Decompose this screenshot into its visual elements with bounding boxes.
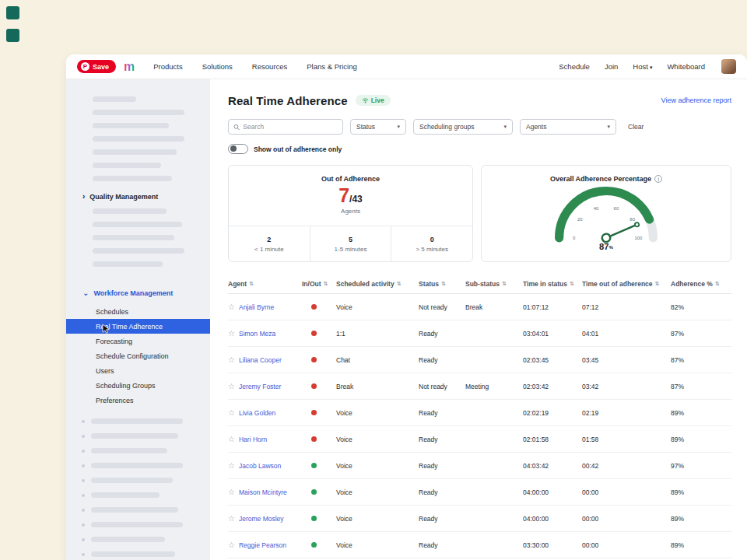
sidebar-item-real-time-adherence[interactable]: Real Time Adherence xyxy=(66,319,210,334)
sidebar-item-users[interactable]: Users xyxy=(66,363,210,378)
column-header-scheduled-activity[interactable]: Scheduled activity⇅ xyxy=(336,280,419,288)
scheduled-activity-cell: Break xyxy=(336,383,419,390)
skeleton-bar xyxy=(93,96,136,102)
star-icon[interactable]: ☆ xyxy=(228,355,235,364)
inout-status-dot xyxy=(311,463,317,468)
sidebar-section-quality-management[interactable]: › Quality Management xyxy=(66,192,210,201)
page-header: Real Time Adherence Live View adherence … xyxy=(228,93,731,107)
sidebar-item-forecasting[interactable]: Forecasting xyxy=(66,334,210,348)
svg-text:80: 80 xyxy=(630,217,635,222)
view-adherence-report-link[interactable]: View adherence report xyxy=(661,96,731,104)
agent-link[interactable]: Simon Meza xyxy=(239,330,275,338)
agent-link[interactable]: Hari Horn xyxy=(239,436,267,443)
star-icon[interactable]: ☆ xyxy=(228,329,235,338)
sidebar-item-schedules[interactable]: Schedules xyxy=(66,304,210,319)
column-header-inout[interactable]: In/Out⇅ xyxy=(302,280,336,288)
star-icon[interactable]: ☆ xyxy=(228,461,235,470)
star-icon[interactable]: ☆ xyxy=(228,382,235,390)
nav-item-schedule[interactable]: Schedule xyxy=(559,62,590,71)
svg-text:20: 20 xyxy=(577,217,583,222)
agent-link[interactable]: Livia Golden xyxy=(239,409,275,417)
sort-icon: ⇅ xyxy=(655,281,660,287)
status-cell: Ready xyxy=(419,330,465,338)
star-icon[interactable]: ☆ xyxy=(228,488,235,496)
nav-item-host[interactable]: Host▾ xyxy=(633,62,652,71)
nav-item-join[interactable]: Join xyxy=(605,62,618,71)
agent-link[interactable]: Jeremy Foster xyxy=(239,383,281,390)
sidebar-item-scheduling-groups[interactable]: Scheduling Groups xyxy=(66,378,210,393)
scheduled-activity-cell: Voice xyxy=(336,409,419,417)
skeleton-bar xyxy=(93,136,184,142)
skeleton-row xyxy=(82,418,210,424)
skeleton-row xyxy=(82,507,210,513)
column-header-status[interactable]: Status⇅ xyxy=(419,280,465,288)
status-filter-dropdown[interactable]: Status ▾ xyxy=(350,119,406,135)
agent-link[interactable]: Maison Mcintyre xyxy=(239,488,287,496)
skeleton-bar xyxy=(93,163,161,168)
scheduling-groups-filter-dropdown[interactable]: Scheduling groups ▾ xyxy=(413,119,513,135)
sidebar-item-schedule-configuration[interactable]: Schedule Configuration xyxy=(66,348,210,363)
skeleton-bar xyxy=(93,235,174,240)
nav-item-products[interactable]: Products xyxy=(153,62,183,71)
skeleton-row xyxy=(82,433,210,439)
column-header-adherence[interactable]: Adherence %⇅ xyxy=(671,280,730,288)
table-row[interactable]: ☆Hari Horn Voice Ready 02:01:58 01:58 89… xyxy=(228,426,731,453)
adherence-cell: 89% xyxy=(671,409,730,417)
table-row[interactable]: ☆Reggie Pearson Voice Ready 03:30:00 00:… xyxy=(228,532,731,558)
star-icon[interactable]: ☆ xyxy=(228,514,235,523)
table-row[interactable]: ☆Maison Mcintyre Voice Ready 04:00:00 00… xyxy=(228,479,731,506)
sort-icon: ⇅ xyxy=(324,281,328,287)
time-out-of-adherence-cell: 00:00 xyxy=(582,488,671,496)
agent-link[interactable]: Jerome Mosley xyxy=(239,515,284,523)
sort-icon: ⇅ xyxy=(570,281,574,287)
table-row[interactable]: ☆Livia Golden Voice Ready 02:02:19 02:19… xyxy=(228,400,731,426)
nav-item-resources[interactable]: Resources xyxy=(252,62,287,71)
star-icon[interactable]: ☆ xyxy=(228,541,235,549)
column-header-time-in-status[interactable]: Time in status⇅ xyxy=(523,280,582,288)
column-header-sub-status[interactable]: Sub-status⇅ xyxy=(465,280,523,288)
skeleton-bar xyxy=(93,222,182,227)
time-out-of-adherence-cell: 00:00 xyxy=(582,541,671,549)
sub-status-cell: Break xyxy=(465,303,523,311)
column-header-agent[interactable]: Agent⇅ xyxy=(228,280,302,288)
nav-item-plans-pricing[interactable]: Plans & Pricing xyxy=(307,62,356,71)
sidebar-item-preferences[interactable]: Preferences xyxy=(66,393,210,408)
sidebar-section-workforce-management[interactable]: ⌄ Workforce Management xyxy=(66,289,210,298)
agent-link[interactable]: Anjali Byrne xyxy=(239,303,274,311)
clear-filters-button[interactable]: Clear xyxy=(628,123,644,131)
sub-status-cell: Meeting xyxy=(465,383,523,390)
scheduled-activity-cell: Voice xyxy=(336,541,419,549)
sort-icon: ⇅ xyxy=(397,281,402,287)
breakdown-1-5-min: 5 1-5 minutes xyxy=(310,226,391,261)
agent-link[interactable]: Reggie Pearson xyxy=(239,541,286,549)
column-header-time-out-of-adherence[interactable]: Time out of adherence⇅ xyxy=(582,280,671,288)
signal-icon xyxy=(362,97,369,103)
skeleton-row xyxy=(82,478,210,483)
table-row[interactable]: ☆Anjali Byrne Voice Not ready Break 01:0… xyxy=(228,294,731,320)
adherence-cell: 89% xyxy=(671,515,730,523)
show-out-of-adherence-toggle[interactable] xyxy=(228,144,248,154)
nav-item-whiteboard[interactable]: Whiteboard xyxy=(667,62,705,71)
agents-filter-dropdown[interactable]: Agents ▾ xyxy=(520,119,616,135)
table-row[interactable]: ☆Jerome Mosley Voice Ready 04:00:00 00:0… xyxy=(228,506,731,532)
table-row[interactable]: ☆Jacob Lawson Voice Ready 04:03:42 00:42… xyxy=(228,453,731,479)
app-window: P Save m Products Solutions Resources Pl… xyxy=(66,54,747,560)
star-icon[interactable]: ☆ xyxy=(228,303,235,311)
search-input[interactable] xyxy=(243,123,338,131)
table-row[interactable]: ☆Jeremy Foster Break Not ready Meeting 0… xyxy=(228,373,731,400)
table-header-row: Agent⇅ In/Out⇅ Scheduled activity⇅ Statu… xyxy=(228,274,731,294)
info-icon[interactable]: i xyxy=(654,175,662,183)
agent-link[interactable]: Jacob Lawson xyxy=(239,462,281,470)
nav-item-solutions[interactable]: Solutions xyxy=(202,62,233,71)
scheduled-activity-cell: Voice xyxy=(336,515,419,523)
user-avatar[interactable] xyxy=(721,59,736,74)
star-icon[interactable]: ☆ xyxy=(228,435,235,443)
star-icon[interactable]: ☆ xyxy=(228,408,235,417)
adherence-cell: 89% xyxy=(671,436,730,443)
table-row[interactable]: ☆Liliana Cooper Chat Ready 02:03:45 03:4… xyxy=(228,347,731,373)
status-cell: Ready xyxy=(419,436,465,443)
agent-link[interactable]: Liliana Cooper xyxy=(239,356,282,364)
brand-logo[interactable]: m xyxy=(124,61,135,73)
table-row[interactable]: ☆Simon Meza 1:1 Ready 03:04:01 04:01 87% xyxy=(228,320,731,347)
pinterest-save-button[interactable]: P Save xyxy=(77,60,116,73)
